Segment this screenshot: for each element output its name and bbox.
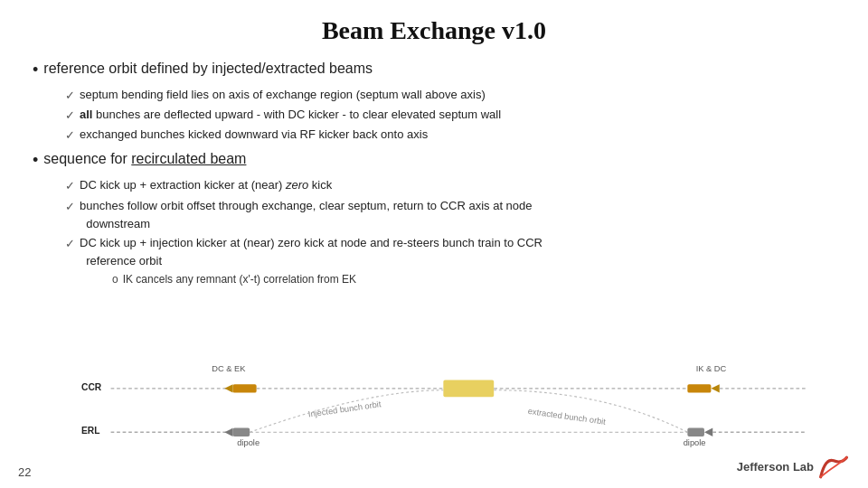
sub-bullet-1-3: ✓ exchanged bunches kicked downward via … [65, 126, 835, 145]
arrow-right [711, 384, 719, 392]
sub-bullet-2-3-text: DC kick up + injection kicker at (near) … [80, 234, 542, 270]
jlab-logo: Jefferson Lab [737, 454, 850, 481]
erl-arrow-right [704, 428, 712, 436]
ik-dc-label: IK & DC [696, 364, 727, 373]
sub-sub-bullets-2: o IK cancels any remnant (x'-t) correlat… [112, 271, 835, 288]
sub-bullets-2: ✓ DC kick up + extraction kicker at (nea… [65, 176, 835, 288]
check-icon-2-1: ✓ [65, 177, 75, 195]
sub-bullet-2-1-text: DC kick up + extraction kicker at (near)… [80, 176, 332, 194]
injected-orbit-label: Injected bunch orbit [307, 399, 382, 418]
sub-bullets-1: ✓ septum bending field lies on axis of e… [65, 86, 835, 145]
bullet-dot-2: • [33, 148, 38, 173]
circle-o-icon: o [112, 271, 118, 288]
jlab-logo-mark [817, 454, 850, 481]
bullet-2-text: sequence for recirculated beam [43, 148, 246, 170]
dipole-left-label: dipole [237, 438, 259, 447]
check-icon-2-3: ✓ [65, 235, 75, 253]
dipole-right-box [687, 428, 704, 436]
sub-bullet-2-2: ✓ bunches follow orbit offset through ex… [65, 197, 835, 233]
dc-ek-label: DC & EK [212, 364, 246, 373]
check-icon-2-2: ✓ [65, 198, 75, 216]
check-icon-1-3: ✓ [65, 127, 75, 145]
check-icon-1-2: ✓ [65, 107, 75, 125]
bullet-dot-1: • [33, 58, 38, 82]
jlab-logo-text: Jefferson Lab [737, 460, 814, 474]
ik-dc-kicker-right [687, 384, 711, 392]
dc-ek-kicker-left [233, 384, 257, 392]
ccr-label: CCR [81, 382, 102, 392]
extracted-orbit-arc [494, 390, 687, 433]
slide-title: Beam Exchange v1.0 [33, 16, 835, 45]
sub-bullet-1-1-text: septum bending field lies on axis of exc… [80, 86, 486, 104]
sub-bullet-1-3-text: exchanged bunches kicked downward via RF… [80, 126, 428, 144]
page-number: 22 [18, 465, 31, 479]
sub-bullet-1-2: ✓ all bunches are deflected upward - wit… [65, 106, 835, 125]
sub-bullet-1-2-text: all bunches are deflected upward - with … [80, 106, 501, 124]
slide: Beam Exchange v1.0 • reference orbit def… [0, 0, 868, 488]
check-icon-1-1: ✓ [65, 87, 75, 105]
beam-diagram: CCR ERL DC & EK IK & DC [81, 361, 814, 461]
sub-bullet-1-1: ✓ septum bending field lies on axis of e… [65, 86, 835, 105]
sub-bullet-2-1: ✓ DC kick up + extraction kicker at (nea… [65, 176, 835, 195]
sub-bullet-2-3: ✓ DC kick up + injection kicker at (near… [65, 234, 835, 270]
dipole-left-box [233, 428, 250, 436]
bullet-1: • reference orbit defined by injected/ex… [33, 58, 835, 82]
sub-bullet-2-2-text: bunches follow orbit offset through exch… [80, 197, 533, 233]
dipole-right-label: dipole [684, 438, 706, 447]
exchange-region [443, 380, 494, 398]
diagram-area: CCR ERL DC & EK IK & DC [54, 361, 814, 461]
extracted-orbit-label: extracted bunch orbit [527, 407, 607, 427]
sub-sub-bullet-2-1: o IK cancels any remnant (x'-t) correlat… [112, 271, 835, 288]
bullet-1-text: reference orbit defined by injected/extr… [43, 58, 373, 80]
erl-arrow-left [224, 428, 232, 436]
arrow-left [224, 384, 232, 392]
sub-sub-bullet-2-1-text: IK cancels any remnant (x'-t) correlatio… [123, 271, 356, 288]
erl-label: ERL [81, 426, 99, 436]
bullet-2: • sequence for recirculated beam [33, 148, 835, 173]
